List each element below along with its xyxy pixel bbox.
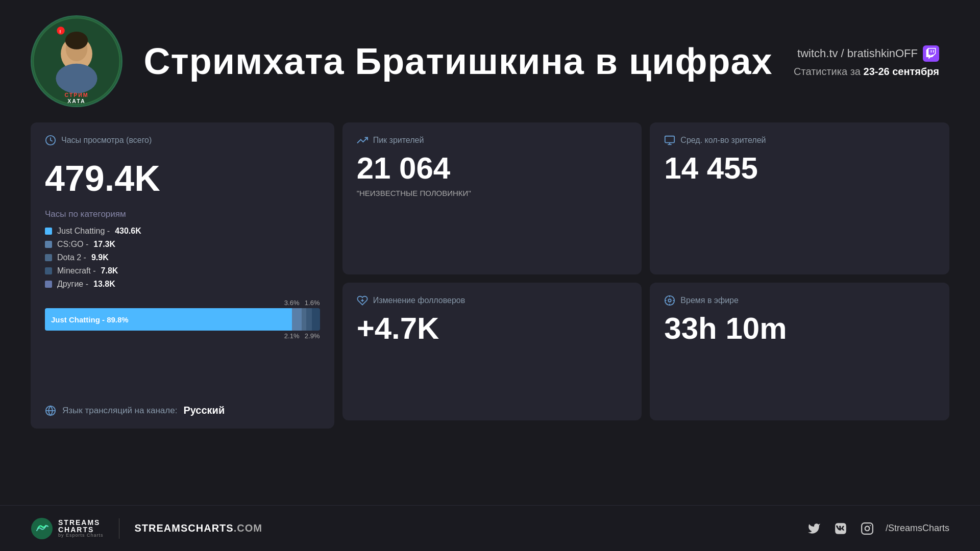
twitch-link: twitch.tv / bratishkinOFF [797,45,939,62]
twitter-icon [806,520,822,537]
followers-header: Изменение фолловеров [357,295,628,306]
right-top-stats: Пик зрителей 21 064 "НЕИЗВЕСТНЫЕ ПОЛОВИН… [342,122,949,420]
stats-label: Статистика за [794,66,861,77]
list-item: Just Chatting - 430.6K [45,227,320,236]
footer-url: STREAMSCHARTS.COM [135,522,262,534]
category-list: Just Chatting - 430.6K CS:GO - 17.3K Dot… [45,227,320,289]
avg-viewers-label: Сред. кол-во зрителей [680,136,766,145]
bar-bottom-label-2: 2.9% [305,332,320,340]
bar-main-label: Just Chatting - 89.8% [51,315,129,324]
subtitle-area: twitch.tv / bratishkinOFF Статистика за … [794,45,949,78]
svg-point-19 [669,299,672,302]
language-row: Язык трансляций на канале: Русский [45,405,320,416]
airtime-icon [664,295,675,306]
airtime-header: Время в эфире [664,295,935,306]
list-item: Dota 2 - 9.9K [45,253,320,262]
sc-streams-label: STREAMS [58,519,104,526]
watch-hours-header: Часы просмотра (всего) [45,135,320,146]
footer-divider [119,518,119,539]
page-title: Стримхата Братишкина в цифрах [143,40,773,82]
airtime-value: 33h 10m [664,313,935,344]
bar-segment-2 [292,308,302,331]
bar-top-label-1: 3.6% [280,299,304,307]
bar-top-label-2: 1.6% [305,299,320,307]
channel-logo-area: ! СТРИМ ХАТА [31,15,122,107]
bar-track: Just Chatting - 89.8% [45,308,320,331]
svg-text:!: ! [59,29,61,34]
peak-viewers-card: Пик зрителей 21 064 "НЕИЗВЕСТНЫЕ ПОЛОВИН… [342,122,642,274]
twitch-url: twitch.tv / bratishkinOFF [797,47,918,60]
category-dot [45,254,52,261]
bar-segment-3 [302,308,306,331]
svg-point-5 [56,64,97,93]
followers-card: Изменение фолловеров +4.7K [342,283,642,421]
stats-date-line: Статистика за 23-26 сентября [794,66,939,78]
footer-url-prefix: STREAMSCHARTS [135,522,234,534]
twitch-icon [923,45,939,62]
watch-hours-value: 479.4K [45,158,320,199]
svg-point-24 [31,518,53,539]
peak-viewers-label: Пик зрителей [373,136,424,145]
avg-viewers-value: 14 455 [664,153,935,184]
main-grid: Часы просмотра (всего) 479.4K Часы по ка… [0,112,980,439]
list-item: CS:GO - 17.3K [45,240,320,249]
category-dot [45,281,52,288]
svg-rect-25 [862,523,873,534]
footer-url-suffix: .COM [234,522,262,534]
sc-esports-label: by Esports Charts [58,533,104,538]
social-handle: /StreamsCharts [886,523,949,534]
avg-viewers-header: Сред. кол-во зрителей [664,135,935,146]
airtime-label: Время в эфире [680,296,739,305]
svg-point-4 [65,32,88,49]
sc-logo: STREAMS CHARTS by Esports Charts [31,517,104,540]
followers-icon [357,295,368,306]
category-dot [45,267,52,274]
sc-charts-label: CHARTS [58,526,104,533]
language-value: Русский [183,405,225,416]
left-panel: Часы просмотра (всего) 479.4K Часы по ка… [31,122,334,429]
categories-header: Часы по категориям [45,209,320,219]
channel-logo: ! СТРИМ ХАТА [31,15,122,107]
clock-icon [45,135,56,146]
bar-segment-5 [312,308,320,331]
svg-text:СТРИМ: СТРИМ [64,92,88,98]
bar-segment-4 [306,308,312,331]
globe-icon [45,405,56,416]
svg-rect-13 [665,136,674,143]
header: ! СТРИМ ХАТА Стримхата Братишкина в цифр… [0,0,980,112]
list-item: Другие - 13.8K [45,280,320,289]
language-label: Язык трансляций на канале: [62,406,177,416]
bar-chart: 3.6% 1.6% Just Chatting - 89.8% [45,299,320,340]
followers-label: Изменение фолловеров [373,296,465,305]
peak-viewers-icon [357,135,368,146]
list-item: Minecraft - 7.8K [45,266,320,276]
bar-bottom-label-1: 2.1% [280,332,304,340]
category-dot [45,241,52,248]
sc-logo-text: STREAMS CHARTS by Esports Charts [58,519,104,538]
followers-value: +4.7K [357,313,628,344]
avg-viewers-icon [664,135,675,146]
bar-main-segment: Just Chatting - 89.8% [45,308,292,331]
sc-logo-icon [31,517,53,540]
footer-left: STREAMS CHARTS by Esports Charts STREAMS… [31,517,262,540]
peak-viewers-value: 21 064 [357,153,628,184]
svg-text:ХАТА: ХАТА [67,98,85,104]
vk-icon [832,520,849,537]
avg-viewers-card: Сред. кол-во зрителей 14 455 [650,122,949,274]
title-area: Стримхата Братишкина в цифрах [122,40,794,82]
instagram-icon [859,520,875,537]
footer: STREAMS CHARTS by Esports Charts STREAMS… [0,505,980,551]
watch-hours-label: Часы просмотра (всего) [61,136,152,145]
footer-right: /StreamsCharts [806,520,949,537]
category-dot [45,228,52,235]
airtime-card: Время в эфире 33h 10m [650,283,949,421]
peak-viewers-sub: "НЕИЗВЕСТНЫЕ ПОЛОВИНКИ" [357,189,628,197]
stats-date: 23-26 сентября [864,66,939,77]
peak-viewers-header: Пик зрителей [357,135,628,146]
